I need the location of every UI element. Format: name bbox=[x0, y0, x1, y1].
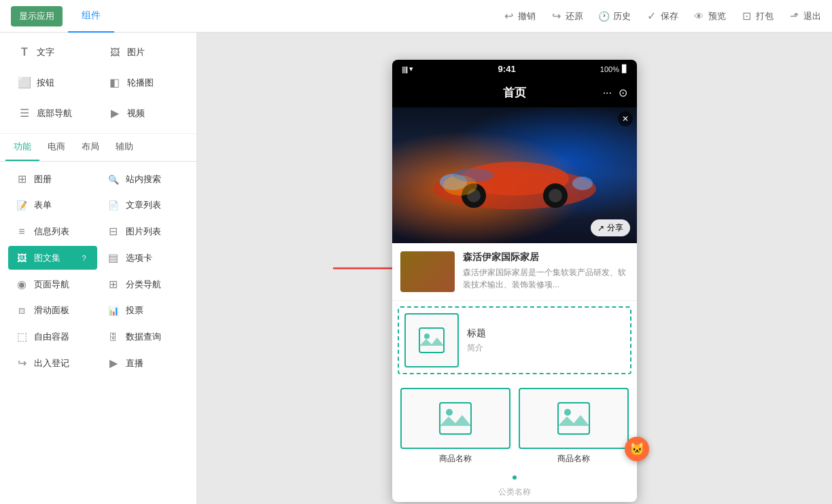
product-item-1[interactable]: 商品名称 bbox=[400, 388, 510, 465]
sidebar-item-tab[interactable]: 选项卡 bbox=[100, 246, 189, 270]
save-label: 保存 bbox=[661, 10, 678, 22]
sidebar-item-image-list[interactable]: 图片列表 bbox=[100, 219, 189, 243]
sidebar-item-album[interactable]: 图册 bbox=[8, 167, 97, 191]
button-icon bbox=[18, 76, 31, 89]
free-container-icon bbox=[15, 330, 29, 343]
sidebar-item-image[interactable]: 图片 bbox=[101, 41, 186, 64]
selection-box[interactable]: 标题 简介 bbox=[398, 306, 631, 374]
car-svg bbox=[419, 134, 610, 216]
phone-nav-actions: ··· ⊙ bbox=[603, 86, 627, 99]
redo-action[interactable]: 还原 bbox=[549, 10, 583, 22]
label-live: 直播 bbox=[126, 357, 143, 370]
figtext-icon bbox=[15, 252, 29, 264]
product-item-2[interactable]: 商品名称 bbox=[519, 388, 629, 465]
label-data-query: 数据查询 bbox=[126, 331, 161, 343]
sidebar-top-row-2: 按钮 轮播图 bbox=[11, 71, 186, 94]
sidebar-item-info-list[interactable]: 信息列表 bbox=[8, 219, 97, 243]
phone-hero: ✕ ↗ 分享 bbox=[392, 107, 637, 243]
label-category-nav: 分类导航 bbox=[126, 278, 161, 291]
tab-assist[interactable]: 辅助 bbox=[107, 134, 141, 161]
sidebar-item-data-query[interactable]: 数据查询 bbox=[100, 325, 189, 348]
category-nav-icon bbox=[107, 278, 120, 291]
article-card[interactable]: 森活伊家国际家居 森活伊家国际家居是一个集软装产品研发、软装技术输出、装饰装修项… bbox=[392, 243, 637, 301]
sidebar-item-button[interactable]: 按钮 bbox=[11, 71, 96, 94]
float-help-button[interactable]: 🐱 bbox=[625, 437, 649, 461]
sidebar-item-free-container[interactable]: 自由容器 bbox=[8, 325, 97, 348]
save-action[interactable]: 保存 bbox=[644, 10, 678, 22]
preview-label: 预览 bbox=[708, 10, 726, 22]
svg-rect-12 bbox=[419, 328, 444, 353]
preview-action[interactable]: 预览 bbox=[692, 10, 726, 22]
history-icon bbox=[597, 10, 610, 22]
sidebar-item-site-search[interactable]: 站内搜索 bbox=[100, 167, 189, 191]
sidebar-item-login[interactable]: 出入登记 bbox=[8, 351, 97, 375]
redo-icon bbox=[549, 10, 563, 22]
status-left: ||| ▾ bbox=[402, 65, 413, 73]
product-grid: 商品名称 商品名称 bbox=[392, 380, 637, 473]
svg-point-7 bbox=[549, 189, 562, 202]
toolbar-actions: 撤销 还原 历史 保存 预览 打包 退出 bbox=[502, 10, 821, 22]
sidebar-item-form[interactable]: 表单 bbox=[8, 194, 97, 217]
pack-action[interactable]: 打包 bbox=[740, 10, 774, 22]
undo-action[interactable]: 撤销 bbox=[502, 10, 536, 22]
vote-icon bbox=[107, 304, 120, 317]
sidebar: 文字 图片 按钮 轮播图 底部导 bbox=[0, 33, 197, 504]
sidebar-item-category-nav[interactable]: 分类导航 bbox=[100, 272, 189, 296]
article-list-icon bbox=[107, 199, 120, 211]
label-free-container: 自由容器 bbox=[34, 331, 69, 343]
sidebar-label-text: 文字 bbox=[37, 46, 54, 58]
tab-components[interactable]: 组件 bbox=[68, 0, 114, 33]
sidebar-item-article-list[interactable]: 文章列表 bbox=[100, 194, 189, 217]
placeholder-svg bbox=[418, 327, 445, 354]
product-thumb-2 bbox=[519, 388, 629, 449]
product-svg-1 bbox=[438, 401, 472, 435]
label-figtext: 图文集 bbox=[34, 252, 60, 264]
sidebar-top-section: 文字 图片 按钮 轮播图 底部导 bbox=[0, 33, 196, 134]
camera-icon[interactable]: ⊙ bbox=[619, 86, 627, 99]
battery-icon: ▊ bbox=[622, 65, 627, 73]
tab-layout[interactable]: 布局 bbox=[73, 134, 107, 161]
redo-label: 还原 bbox=[566, 10, 583, 22]
svg-point-17 bbox=[564, 409, 571, 416]
show-apps-button[interactable]: 显示应用 bbox=[11, 6, 63, 26]
float-icon: 🐱 bbox=[629, 442, 644, 456]
dot-1 bbox=[513, 475, 517, 480]
image-list-icon bbox=[107, 225, 120, 238]
exit-action[interactable]: 退出 bbox=[787, 10, 821, 22]
slide-panel-icon bbox=[15, 304, 29, 317]
label-site-search: 站内搜索 bbox=[126, 173, 161, 185]
sidebar-item-page-nav[interactable]: 页面导航 bbox=[8, 272, 97, 296]
article-title: 森活伊家国际家居 bbox=[463, 251, 629, 264]
sidebar-item-bottom-nav[interactable]: 底部导航 bbox=[11, 101, 96, 125]
more-icon[interactable]: ··· bbox=[603, 87, 612, 99]
sidebar-item-text[interactable]: 文字 bbox=[11, 41, 96, 64]
tab-ecommerce[interactable]: 电商 bbox=[39, 134, 73, 161]
sidebar-label-image: 图片 bbox=[127, 46, 145, 58]
history-action[interactable]: 历史 bbox=[597, 10, 631, 22]
sidebar-item-live[interactable]: 直播 bbox=[100, 351, 189, 375]
sidebar-item-carousel[interactable]: 轮播图 bbox=[101, 71, 186, 94]
svg-point-15 bbox=[446, 409, 453, 416]
label-info-list: 信息列表 bbox=[34, 226, 69, 238]
pack-icon bbox=[740, 10, 753, 22]
hero-close-button[interactable]: ✕ bbox=[618, 111, 633, 126]
label-login: 出入登记 bbox=[34, 357, 69, 370]
album-icon bbox=[15, 173, 29, 185]
sidebar-item-figtext[interactable]: 图文集 ? bbox=[8, 246, 97, 270]
card-desc: 简介 bbox=[467, 342, 486, 354]
tab-function[interactable]: 功能 bbox=[5, 134, 39, 161]
toolbar: 显示应用 组件 撤销 还原 历史 保存 预览 打包 退出 bbox=[0, 0, 832, 33]
image-icon bbox=[108, 46, 122, 58]
share-icon: ↗ bbox=[597, 223, 604, 233]
sidebar-item-video[interactable]: 视频 bbox=[101, 101, 186, 125]
sidebar-item-slide-panel[interactable]: 滑动面板 bbox=[8, 299, 97, 322]
sidebar-item-vote[interactable]: 投票 bbox=[100, 299, 189, 322]
search-icon bbox=[107, 173, 120, 185]
phone-nav-bar: 首页 ··· ⊙ bbox=[392, 78, 637, 107]
share-button[interactable]: ↗ 分享 bbox=[591, 219, 630, 236]
article-thumbnail bbox=[400, 251, 455, 292]
toolbar-left: 显示应用 组件 bbox=[11, 0, 114, 33]
phone-container: ||| ▾ 9:41 100% ▊ 首页 ··· ⊙ bbox=[392, 60, 637, 502]
text-icon bbox=[18, 46, 31, 58]
nav-icon bbox=[18, 107, 31, 120]
